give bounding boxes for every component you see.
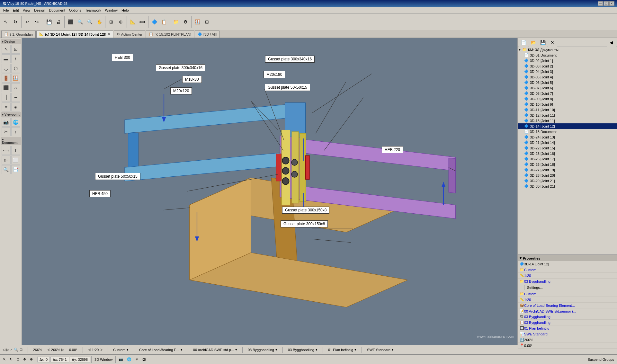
layer-arrow[interactable]: ▾: [181, 348, 183, 352]
status-layer[interactable]: Core of Load-Bearing E... ▾: [139, 348, 183, 352]
tree-item-3d03[interactable]: 🔷 3D-03 [Joint 2]: [518, 63, 617, 69]
custom-arrow[interactable]: ▾: [127, 348, 129, 352]
layout2-value[interactable]: 03 Bygghandling: [288, 348, 314, 352]
arc-tool[interactable]: ◡: [2, 64, 11, 73]
panel-save-btn[interactable]: 💾: [538, 38, 547, 47]
tree-item-3d14[interactable]: 🔷 3D-14 [Joint 12]: [518, 123, 617, 129]
rotate-tool-btn[interactable]: ↻: [11, 17, 20, 26]
prop-custom-1[interactable]: 📁 Custom: [518, 267, 617, 273]
detail-tool[interactable]: 🔍: [2, 165, 11, 174]
tree-item-3d09[interactable]: 🔷 3D-09 [Joint 8]: [518, 96, 617, 102]
prop-custom-2-val[interactable]: Custom: [524, 292, 615, 296]
scale-arrow-right[interactable]: ▷: [100, 348, 103, 352]
title-bar-controls[interactable]: — □ ✕: [598, 1, 614, 6]
text-tool[interactable]: T: [11, 146, 20, 155]
menu-options[interactable]: Options: [67, 8, 83, 13]
menu-document[interactable]: Document: [47, 8, 67, 13]
label-tool[interactable]: 🏷: [2, 155, 11, 164]
measure-btn[interactable]: 📐: [128, 17, 137, 26]
elevation-tool[interactable]: ↕: [11, 127, 20, 136]
nav-next-icon[interactable]: ▷: [6, 348, 9, 352]
tree-item-3d28[interactable]: 🔷 3D-28 [Joint 20]: [518, 173, 617, 178]
nav-home-icon[interactable]: ⌂: [10, 348, 13, 352]
document-group-label[interactable]: ▸ Document: [1, 137, 21, 145]
prop-custom-2[interactable]: 📁 Custom: [518, 291, 617, 297]
prop-folder-1-val[interactable]: 03 Bygghandling: [524, 280, 615, 283]
prop-bygg2-val[interactable]: 03 Bygghandling: [524, 321, 615, 324]
view-3d-btn[interactable]: 🔷: [150, 17, 159, 26]
arrow-tool-btn[interactable]: ↖: [1, 17, 10, 26]
tree-item-3d18[interactable]: 📄 3D-18 Document: [518, 129, 617, 134]
snap-btn[interactable]: ⊕: [116, 17, 125, 26]
window-btn[interactable]: 🪟: [193, 17, 202, 26]
tree-item-3d24[interactable]: 🔷 3D-24 [Joint 13]: [518, 134, 617, 140]
scale-arrow-left[interactable]: ◁: [88, 348, 91, 352]
menu-help[interactable]: Help: [120, 8, 131, 13]
prop-bygghandling-2[interactable]: 📋 03 Bygghandling: [518, 320, 617, 325]
fill-tool[interactable]: ⬜: [11, 155, 20, 164]
pan-btn[interactable]: ✋: [95, 17, 104, 26]
status-penset[interactable]: 00 ArchiCAD SWE std.p... ▾: [193, 348, 237, 352]
menu-teamwork[interactable]: Teamwork: [83, 8, 103, 13]
object-tool[interactable]: ◈: [11, 102, 20, 111]
prop-bygghandling-1[interactable]: 🏗 03 Bygghandling: [518, 314, 617, 320]
tree-item-3d07[interactable]: 🔷 3D-07 [Joint 6]: [518, 85, 617, 91]
prop-pen-val[interactable]: 00 ArchiCAD SWE std.pennor (...: [524, 309, 615, 313]
tree-item-3d30[interactable]: 🔷 3D-30 [Joint 21]: [518, 183, 617, 189]
prop-settings-row[interactable]: Settings...: [518, 284, 617, 291]
tree-item-3d23[interactable]: 🔷 3D-23 [Joint 16]: [518, 151, 617, 156]
btm-arrow-btn[interactable]: ↖: [1, 356, 7, 363]
btm-camera-btn[interactable]: 📷: [117, 356, 125, 363]
penset-value[interactable]: 00 ArchiCAD SWE std.p...: [193, 348, 234, 352]
slab-tool[interactable]: ⬛: [2, 83, 11, 92]
drawing-tool[interactable]: 📑: [11, 165, 20, 174]
prop-plan-befintlig[interactable]: 🔲 01 Plan befintlig: [518, 325, 617, 331]
wall-tool[interactable]: ▬: [2, 54, 11, 63]
viewpoint-group-label[interactable]: ▸ Viewpoint: [1, 112, 21, 117]
prop-archicad-pen[interactable]: 📝 00 ArchiCAD SWE std.pennor (...: [518, 308, 617, 314]
standard-arrow[interactable]: ▾: [392, 348, 394, 352]
settings-btn[interactable]: ⚙: [181, 17, 190, 26]
plan-value[interactable]: 01 Plan befintlig: [328, 348, 353, 352]
menu-design[interactable]: Design: [32, 8, 47, 13]
status-custom[interactable]: Custom ▾: [113, 348, 129, 352]
status-scale[interactable]: ◁ 1:20 ▷: [88, 348, 103, 352]
btm-orbit-btn[interactable]: 🌐: [125, 356, 133, 363]
status-layout2[interactable]: 03 Bygghandling ▾: [288, 348, 317, 352]
standard-value[interactable]: SWE Standard: [367, 348, 390, 352]
zoom-next-icon[interactable]: ▷: [61, 348, 64, 352]
dim-tool[interactable]: ⟺: [2, 146, 11, 155]
tree-item-3d05[interactable]: 🔷 3D-05 [Joint 4]: [518, 74, 617, 80]
camera-tool[interactable]: 📷: [2, 118, 11, 127]
prop-scale-1-val[interactable]: 1:20: [524, 274, 615, 278]
3d-window-btn[interactable]: 3D Window: [93, 356, 114, 363]
panel-expand-btn[interactable]: ◀: [607, 38, 616, 47]
undo-btn[interactable]: ↩: [23, 17, 32, 26]
prop-custom-1-val[interactable]: Custom: [524, 268, 615, 272]
nav-prev-icon[interactable]: ◁: [3, 348, 5, 352]
btm-rotate-btn[interactable]: ↻: [8, 356, 14, 363]
arrow-tool[interactable]: ↖: [2, 45, 11, 54]
plan-arrow[interactable]: ▾: [354, 348, 356, 352]
prop-core-val[interactable]: Core of Load-Bearing Element...: [524, 304, 615, 307]
tab-joint12-close[interactable]: ✕: [108, 32, 110, 36]
tree-item-3d26[interactable]: 🔷 3D-26 [Joint 18]: [518, 162, 617, 167]
design-group-label[interactable]: ▸ Design: [1, 39, 21, 44]
btm-copy-btn[interactable]: ⊕: [28, 356, 34, 363]
status-layout[interactable]: 03 Bygghandling ▾: [248, 348, 277, 352]
line-tool[interactable]: /: [11, 54, 20, 63]
panel-close-btn[interactable]: ✕: [548, 38, 557, 47]
suspend-groups-btn[interactable]: Suspend Groups: [586, 356, 616, 363]
zoom-prev-icon[interactable]: ◁: [47, 348, 50, 352]
tree-item-3d21[interactable]: 🔷 3D-21 [Joint 14]: [518, 140, 617, 145]
layer-value[interactable]: Core of Load-Bearing E...: [139, 348, 179, 352]
tree-item-3d11[interactable]: 🔷 3D-11 [Joint 10]: [518, 107, 617, 112]
btm-render-btn[interactable]: 🖼: [141, 356, 148, 363]
menu-window[interactable]: Window: [103, 8, 120, 13]
menu-view[interactable]: View: [21, 8, 32, 13]
status-zoom-ctrl[interactable]: ◁ 266% ▷: [47, 348, 64, 352]
prop-scale-2-val[interactable]: 1:20: [524, 298, 615, 302]
orbit-tool[interactable]: 🌐: [11, 118, 20, 127]
beam-tool[interactable]: ━: [11, 93, 20, 102]
nav-more-icon[interactable]: ⊡: [20, 348, 22, 352]
